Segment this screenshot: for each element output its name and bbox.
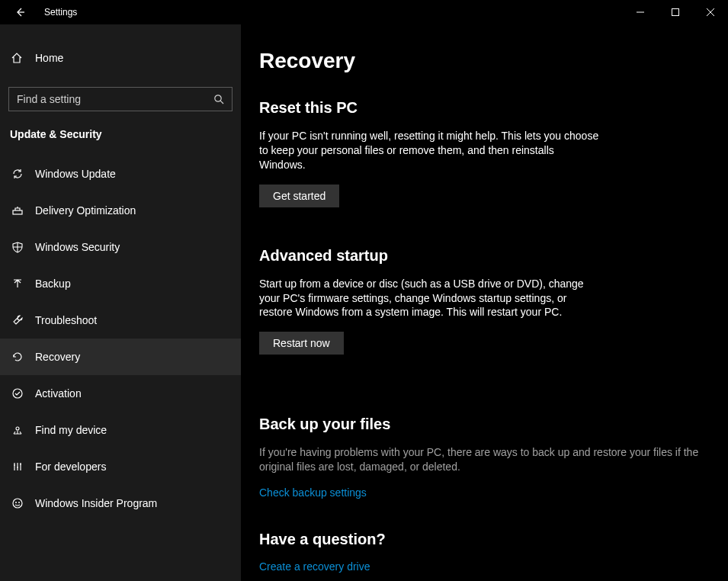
sidebar-home[interactable]: Home: [0, 43, 241, 73]
sidebar-item-activation[interactable]: Activation: [0, 375, 241, 412]
advanced-description: Start up from a device or disc (such as …: [259, 277, 602, 320]
home-icon: [11, 52, 24, 64]
sidebar-item-insider-program[interactable]: Windows Insider Program: [0, 485, 241, 522]
page-title: Recovery: [259, 49, 713, 73]
sidebar-item-delivery-optimization[interactable]: Delivery Optimization: [0, 192, 241, 229]
svg-point-4: [16, 427, 19, 430]
search-input[interactable]: [17, 93, 213, 105]
section-reset-pc: Reset this PC If your PC isn't running w…: [259, 99, 713, 207]
title-bar: Settings: [0, 0, 728, 24]
recovery-icon: [11, 351, 24, 363]
sidebar-home-label: Home: [35, 52, 63, 64]
svg-point-6: [15, 502, 17, 503]
backup-title: Back up your files: [259, 416, 713, 433]
section-have-question: Have a question? Create a recovery drive…: [259, 531, 713, 581]
sidebar-item-label: Activation: [35, 387, 82, 400]
window-title: Settings: [44, 7, 77, 18]
sidebar-item-label: Windows Security: [35, 241, 120, 253]
section-advanced-startup: Advanced startup Start up from a device …: [259, 247, 713, 355]
minimize-button[interactable]: [623, 0, 658, 24]
svg-rect-2: [13, 210, 22, 214]
maximize-icon: [672, 8, 679, 16]
sidebar-item-troubleshoot[interactable]: Troubleshoot: [0, 302, 241, 339]
svg-point-3: [13, 389, 22, 398]
window-controls: [623, 0, 728, 24]
link-create-recovery-drive[interactable]: Create a recovery drive: [259, 560, 713, 573]
sidebar-item-recovery[interactable]: Recovery: [0, 339, 241, 375]
svg-point-7: [18, 502, 20, 503]
location-icon: [11, 424, 24, 436]
backup-description: If you're having problems with your PC, …: [259, 445, 701, 474]
reset-title: Reset this PC: [259, 99, 713, 117]
sidebar-item-windows-security[interactable]: Windows Security: [0, 229, 241, 265]
sidebar-item-label: Recovery: [35, 351, 80, 363]
maximize-button[interactable]: [658, 0, 693, 24]
svg-point-5: [13, 499, 22, 508]
advanced-title: Advanced startup: [259, 247, 713, 265]
insider-icon: [11, 497, 24, 509]
sync-icon: [11, 168, 24, 180]
back-button[interactable]: [14, 6, 26, 18]
svg-rect-0: [672, 9, 679, 16]
search-box[interactable]: [8, 87, 233, 111]
back-arrow-icon: [14, 7, 25, 18]
sidebar-item-find-my-device[interactable]: Find my device: [0, 412, 241, 448]
reset-get-started-button[interactable]: Get started: [259, 185, 339, 207]
sidebar-item-label: Delivery Optimization: [35, 204, 136, 217]
restart-now-button[interactable]: Restart now: [259, 332, 344, 355]
sidebar-item-label: Find my device: [35, 424, 107, 436]
close-icon: [707, 8, 714, 16]
sidebar-item-backup[interactable]: Backup: [0, 265, 241, 302]
check-circle-icon: [11, 387, 24, 400]
delivery-icon: [11, 204, 24, 217]
reset-description: If your PC isn't running well, resetting…: [259, 129, 602, 172]
check-backup-settings-link[interactable]: Check backup settings: [259, 486, 713, 499]
sidebar-item-label: Backup: [35, 278, 71, 290]
sidebar-item-windows-update[interactable]: Windows Update: [0, 156, 241, 192]
backup-icon: [11, 278, 24, 290]
content-area: Recovery Reset this PC If your PC isn't …: [241, 24, 728, 581]
sidebar-item-label: For developers: [35, 461, 106, 473]
minimize-icon: [637, 8, 644, 16]
sidebar: Home Update & Security Windows Update De…: [0, 24, 241, 581]
shield-icon: [11, 241, 24, 253]
search-icon: [213, 94, 224, 104]
close-button[interactable]: [693, 0, 728, 24]
sidebar-item-for-developers[interactable]: For developers: [0, 448, 241, 485]
section-backup-files: Back up your files If you're having prob…: [259, 416, 713, 499]
sidebar-item-label: Windows Update: [35, 168, 116, 180]
sidebar-item-label: Troubleshoot: [35, 314, 97, 326]
wrench-icon: [11, 314, 24, 326]
developers-icon: [11, 461, 24, 473]
svg-point-1: [215, 95, 221, 101]
question-title: Have a question?: [259, 531, 713, 548]
sidebar-item-label: Windows Insider Program: [35, 497, 157, 509]
sidebar-category: Update & Security: [0, 128, 241, 140]
